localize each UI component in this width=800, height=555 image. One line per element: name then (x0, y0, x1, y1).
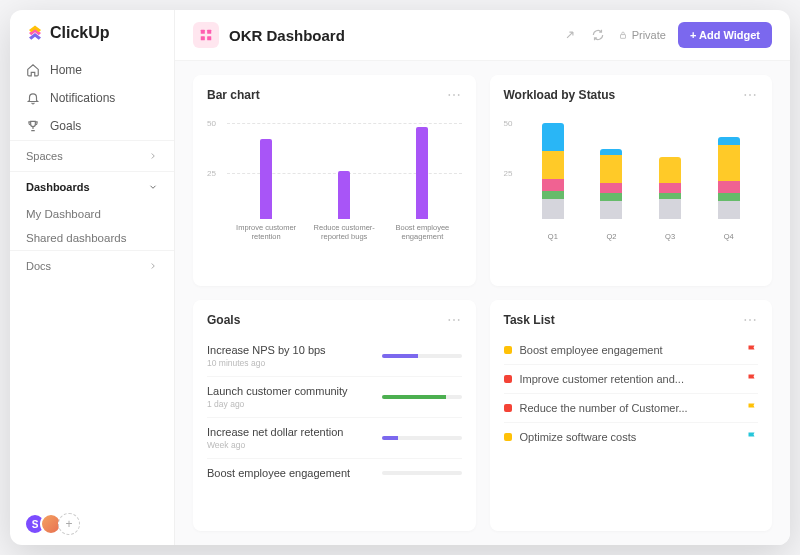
bar-segment (542, 199, 564, 219)
brand-logo[interactable]: ClickUp (10, 10, 174, 56)
add-user-button[interactable]: + (58, 513, 80, 535)
goal-name: Boost employee engagement (207, 467, 372, 479)
progress-bar (382, 471, 462, 475)
stacked-bar (600, 149, 622, 219)
flag-icon (746, 431, 758, 443)
progress-bar (382, 395, 462, 399)
task-row[interactable]: Optimize software costs (504, 423, 759, 451)
main-panel: OKR Dashboard Private + Add Widget Bar c… (175, 10, 790, 545)
card-more-icon[interactable]: ⋯ (743, 312, 758, 328)
bar (260, 139, 272, 219)
x-tick-label: Q1 (533, 232, 573, 241)
task-row[interactable]: Boost employee engagement (504, 336, 759, 365)
bar-segment (600, 201, 622, 219)
refresh-icon[interactable] (590, 27, 606, 43)
nav-goals[interactable]: Goals (10, 112, 174, 140)
add-widget-button[interactable]: + Add Widget (678, 22, 772, 48)
nav-notifications[interactable]: Notifications (10, 84, 174, 112)
svg-rect-3 (207, 36, 211, 40)
chevron-right-icon (148, 151, 158, 161)
svg-rect-1 (207, 30, 211, 34)
card-more-icon[interactable]: ⋯ (743, 87, 758, 103)
card-title: Task List (504, 313, 555, 327)
y-tick-label: 25 (504, 169, 513, 178)
header: OKR Dashboard Private + Add Widget (175, 10, 790, 61)
status-dot-icon (504, 375, 512, 383)
goal-row[interactable]: Boost employee engagement (207, 459, 462, 487)
x-tick-label: Boost employee engagement (387, 223, 457, 241)
bar-segment (718, 145, 740, 181)
status-dot-icon (504, 404, 512, 412)
bar-segment (659, 183, 681, 193)
stacked-bar (718, 137, 740, 219)
svg-rect-0 (201, 30, 205, 34)
card-tasks: Task List ⋯ Boost employee engagement Im… (490, 300, 773, 532)
y-tick-label: 25 (207, 169, 216, 178)
section-docs[interactable]: Docs (10, 250, 174, 281)
workload-chart-plot: 2550Q1Q2Q3Q4 (504, 111, 759, 241)
task-name: Boost employee engagement (520, 344, 739, 356)
goal-row[interactable]: Increase net dollar retention Week ago (207, 418, 462, 459)
section-dashboards[interactable]: Dashboards (10, 171, 174, 202)
header-actions: Private + Add Widget (562, 22, 772, 48)
task-list: Boost employee engagement Improve custom… (504, 336, 759, 451)
bar-chart-plot: 2550Improve customer retentionReduce cus… (207, 111, 462, 241)
bar-segment (542, 191, 564, 199)
sidebar-sub-shared-dashboards[interactable]: Shared dashboards (10, 226, 174, 250)
progress-fill (382, 436, 398, 440)
svg-rect-4 (620, 35, 625, 39)
stacked-bar (542, 123, 564, 219)
x-tick-label: Q2 (591, 232, 631, 241)
status-dot-icon (504, 433, 512, 441)
x-tick-label: Q3 (650, 232, 690, 241)
stacked-bar (659, 157, 681, 219)
nav-label: Home (50, 63, 82, 77)
section-spaces[interactable]: Spaces (10, 140, 174, 171)
task-name: Improve customer retention and... (520, 373, 739, 385)
goal-time: Week ago (207, 440, 372, 450)
svg-rect-2 (201, 36, 205, 40)
bar-segment (718, 201, 740, 219)
sidebar: ClickUp Home Notifications Goals Spaces … (10, 10, 175, 545)
section-label: Dashboards (26, 181, 90, 193)
progress-fill (382, 395, 446, 399)
app-window: ClickUp Home Notifications Goals Spaces … (10, 10, 790, 545)
expand-icon[interactable] (562, 27, 578, 43)
nav-label: Goals (50, 119, 81, 133)
card-more-icon[interactable]: ⋯ (447, 312, 462, 328)
x-labels: Q1Q2Q3Q4 (524, 232, 759, 241)
user-avatars: S + (10, 503, 174, 545)
bars-container (227, 119, 462, 219)
bar-segment (718, 137, 740, 145)
progress-fill (382, 354, 418, 358)
sidebar-sub-my-dashboard[interactable]: My Dashboard (10, 202, 174, 226)
task-row[interactable]: Improve customer retention and... (504, 365, 759, 394)
task-row[interactable]: Reduce the number of Customer... (504, 394, 759, 423)
progress-bar (382, 436, 462, 440)
bar-segment (718, 193, 740, 201)
y-tick-label: 50 (207, 119, 216, 128)
bar-segment (718, 181, 740, 193)
card-goals: Goals ⋯ Increase NPS by 10 bps 10 minute… (193, 300, 476, 532)
nav-home[interactable]: Home (10, 56, 174, 84)
bar-segment (542, 123, 564, 151)
goal-text: Boost employee engagement (207, 467, 372, 479)
goal-time: 1 day ago (207, 399, 372, 409)
card-more-icon[interactable]: ⋯ (447, 87, 462, 103)
goal-row[interactable]: Increase NPS by 10 bps 10 minutes ago (207, 336, 462, 377)
card-bar-chart: Bar chart ⋯ 2550Improve customer retenti… (193, 75, 476, 286)
privacy-indicator[interactable]: Private (618, 29, 666, 41)
goal-name: Launch customer community (207, 385, 372, 397)
flag-icon (746, 402, 758, 414)
brand-name: ClickUp (50, 24, 110, 42)
page-title: OKR Dashboard (229, 27, 552, 44)
card-workload: Workload by Status ⋯ 2550Q1Q2Q3Q4 (490, 75, 773, 286)
trophy-icon (26, 119, 40, 133)
nav-label: Notifications (50, 91, 115, 105)
goal-row[interactable]: Launch customer community 1 day ago (207, 377, 462, 418)
bar-segment (600, 183, 622, 193)
section-label: Docs (26, 260, 51, 272)
goals-list: Increase NPS by 10 bps 10 minutes ago La… (207, 336, 462, 487)
card-title: Bar chart (207, 88, 260, 102)
progress-bar (382, 354, 462, 358)
